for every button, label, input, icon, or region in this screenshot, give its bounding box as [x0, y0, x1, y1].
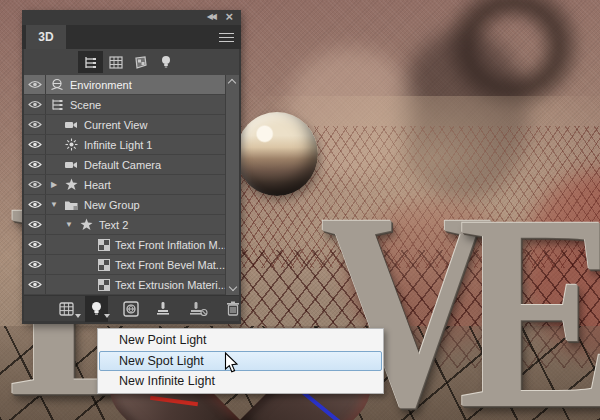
tree-row-text-extrusion-material[interactable]: Text Extrusion Materi... — [24, 275, 225, 295]
tree-row-label: Scene — [70, 99, 101, 111]
tree-row-label: Text Front Bevel Mat... — [115, 259, 225, 271]
dropdown-caret-icon — [104, 314, 110, 318]
panel-header-bar: ◀◀ × — [22, 10, 241, 25]
tree-row-text-front-inflation-material[interactable]: Text Front Inflation M... — [24, 235, 225, 255]
tree-row-new-group[interactable]: ▼ New Group — [24, 195, 225, 215]
tree-row-label: Text Front Inflation M... — [115, 239, 227, 251]
expand-arrow-expanded-icon[interactable]: ▼ — [48, 201, 60, 209]
tree-row-text-front-bevel-material[interactable]: Text Front Bevel Mat... — [24, 255, 225, 275]
visibility-eye-icon[interactable] — [24, 95, 46, 114]
visibility-eye-icon[interactable] — [24, 175, 46, 194]
visibility-eye-icon[interactable] — [24, 235, 46, 254]
3d-panel: ◀◀ × 3D — [22, 10, 241, 324]
mesh-star-icon — [63, 178, 79, 191]
environment-box-icon[interactable] — [118, 296, 144, 322]
tree-row-label: Text Extrusion Materi... — [115, 279, 227, 291]
material-swatch-icon — [98, 259, 110, 271]
visibility-eye-icon[interactable] — [24, 255, 46, 274]
stamp-delete-icon[interactable] — [184, 296, 213, 322]
dropdown-caret-icon — [75, 314, 81, 318]
tree-row-label: Default Camera — [84, 159, 161, 171]
filter-scene-icon[interactable] — [78, 51, 103, 73]
camera-icon — [63, 120, 79, 130]
mouse-cursor-icon — [224, 352, 239, 378]
panel-menu-icon[interactable] — [219, 33, 234, 42]
tree-row-label: New Group — [84, 199, 140, 211]
tree-row-environment[interactable]: Environment — [24, 75, 225, 95]
scene-tree-rows: Environment Scene Current View Infinite … — [24, 75, 225, 295]
expand-arrow-collapsed-icon[interactable]: ▶ — [48, 181, 60, 189]
visibility-eye-icon[interactable] — [24, 195, 46, 214]
scene-tree-list: Environment Scene Current View Infinite … — [24, 75, 239, 295]
visibility-eye-icon[interactable] — [24, 75, 46, 94]
screenshot-stage: L V E ◀◀ × 3D — [0, 0, 600, 420]
filter-lights-icon[interactable] — [153, 51, 178, 73]
tree-row-label: Infinite Light 1 — [84, 139, 153, 151]
infinite-light-sun-icon — [63, 138, 79, 151]
tree-row-label: Environment — [70, 79, 132, 91]
filter-meshes-icon[interactable] — [103, 51, 128, 73]
menu-item-new-spot-light[interactable]: New Spot Light — [99, 351, 382, 371]
panel-tab-bar: 3D — [22, 25, 241, 49]
material-swatch-icon — [98, 279, 110, 291]
list-scrollbar[interactable] — [225, 75, 239, 295]
stamp-icon[interactable] — [150, 296, 176, 322]
tree-row-default-camera[interactable]: Default Camera — [24, 155, 225, 175]
environment-icon — [49, 78, 65, 91]
mesh-star-icon — [78, 218, 94, 231]
scene-letter-e: E — [458, 172, 600, 420]
tree-row-heart[interactable]: ▶ Heart — [24, 175, 225, 195]
tab-3d[interactable]: 3D — [26, 25, 66, 49]
new-light-context-menu: New Point Light New Spot Light New Infin… — [97, 328, 384, 394]
collapse-double-arrow-icon[interactable]: ◀◀ — [207, 12, 215, 21]
tree-row-infinite-light-1[interactable]: Infinite Light 1 — [24, 135, 225, 155]
scroll-up-icon[interactable] — [229, 79, 236, 86]
visibility-eye-icon[interactable] — [24, 275, 46, 294]
visibility-eye-icon[interactable] — [24, 155, 46, 174]
filter-bar — [24, 49, 239, 75]
menu-item-new-infinite-light[interactable]: New Infinite Light — [99, 371, 382, 392]
panel-bottom-toolbar — [24, 295, 239, 321]
tree-row-scene[interactable]: Scene — [24, 95, 225, 115]
tree-row-label: Heart — [84, 179, 111, 191]
delete-trash-icon[interactable] — [221, 296, 245, 322]
close-icon[interactable]: × — [225, 9, 233, 24]
visibility-eye-icon[interactable] — [24, 135, 46, 154]
material-swatch-icon — [98, 239, 110, 251]
scroll-down-icon[interactable] — [229, 284, 236, 291]
tree-row-current-view[interactable]: Current View — [24, 115, 225, 135]
tree-row-text-2[interactable]: ▼ Text 2 — [24, 215, 225, 235]
chrome-sphere — [236, 112, 318, 196]
visibility-eye-icon[interactable] — [24, 115, 46, 134]
filter-materials-icon[interactable] — [128, 51, 153, 73]
tree-row-label: Current View — [84, 119, 147, 131]
scene-tree-icon — [49, 98, 65, 111]
menu-item-new-point-light[interactable]: New Point Light — [99, 330, 382, 351]
visibility-eye-icon[interactable] — [24, 215, 46, 234]
camera-icon — [63, 160, 79, 170]
expand-arrow-expanded-icon[interactable]: ▼ — [63, 221, 75, 229]
group-folder-icon — [63, 199, 79, 211]
tree-row-label: Text 2 — [99, 219, 128, 231]
